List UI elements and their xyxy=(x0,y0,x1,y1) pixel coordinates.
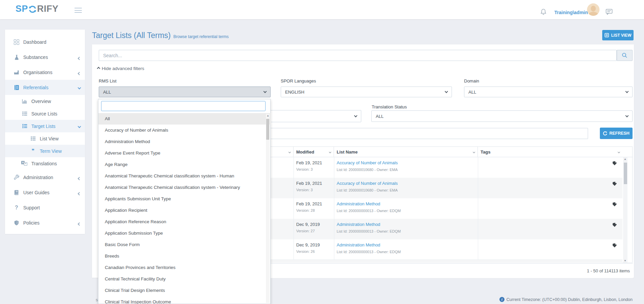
refresh-button[interactable]: REFRESH xyxy=(600,128,633,139)
modified-date: Dec 9, 2019 xyxy=(296,222,320,227)
sidebar-item-translations[interactable]: A*Translations xyxy=(5,157,85,170)
chat-icon[interactable] xyxy=(606,9,613,16)
sidebar-item-dashboard[interactable]: Dashboard xyxy=(5,34,85,49)
domain-select[interactable]: ALL xyxy=(464,87,633,97)
sidebar-item-organisations[interactable]: Organisations xyxy=(5,65,85,80)
sidebar-item-user-guides[interactable]: User Guides xyxy=(5,185,85,200)
spor-languages-select[interactable]: ENGLISH xyxy=(281,87,452,97)
list-name-link[interactable]: Administration Method xyxy=(337,242,380,247)
dropdown-item[interactable]: Canadian Provinces and Territories xyxy=(98,262,271,273)
sidebar-item-label: User Guides xyxy=(23,190,50,195)
list-meta: List Id: 200000000013 - Owner: EDQM xyxy=(337,229,401,233)
sidebar-item-overview[interactable]: Overview xyxy=(5,95,85,107)
sidebar-item-term-view[interactable]: ❞Term View xyxy=(5,145,85,157)
user-menu[interactable]: Training\admin xyxy=(554,10,588,15)
timezone-footer: i Current Timezone: (UTC+00:00) Dublin, … xyxy=(499,297,633,302)
scroll-up-icon[interactable]: ▲ xyxy=(267,114,269,117)
sidebar-item-substances[interactable]: Substances xyxy=(5,49,85,65)
sidebar-item-target-lists[interactable]: Target Lists xyxy=(5,120,85,132)
sidebar-item-label: Referentials xyxy=(23,85,49,90)
sidebar-item-label: Support xyxy=(23,205,40,210)
page-subtitle: Browse target referential terms xyxy=(173,34,228,39)
sidebar-item-label: Translations xyxy=(31,161,57,166)
dropdown-item[interactable]: Clinical Trial Inspection Outcome xyxy=(98,296,271,304)
translate-icon: A* xyxy=(21,161,28,166)
bar-chart-icon xyxy=(21,99,28,104)
dropdown-item[interactable]: Application Submission Type xyxy=(98,228,271,239)
rms-list-label: RMS List xyxy=(99,78,117,83)
list-icon xyxy=(21,124,28,128)
bell-icon[interactable] xyxy=(540,8,547,17)
sidebar-item-label: Substances xyxy=(23,55,48,60)
dropdown-item[interactable]: Administration Method xyxy=(98,136,271,147)
scrollbar-thumb[interactable] xyxy=(624,163,627,184)
rms-list-select[interactable]: ALL xyxy=(99,87,271,97)
search-button[interactable] xyxy=(617,50,633,61)
hide-advanced-filters-link[interactable]: Hide advanced filters xyxy=(97,66,144,71)
tag-icon[interactable] xyxy=(612,223,617,229)
scrollbar-thumb[interactable] xyxy=(266,119,269,140)
journal-icon xyxy=(13,85,20,90)
dropdown-item[interactable]: Central Technical Facility Duty xyxy=(98,273,271,285)
dropdown-item[interactable]: Anatomical Therapeutic Chemical classifi… xyxy=(98,182,271,193)
column-header-tags[interactable]: Tags xyxy=(478,147,622,157)
scroll-up-icon[interactable]: ▲ xyxy=(624,158,626,161)
modified-date: Feb 19, 2021 xyxy=(296,160,322,165)
dropdown-filter-input[interactable] xyxy=(101,101,266,111)
version-label: Version: 27 xyxy=(296,229,315,233)
sidebar-item-list-view[interactable]: List View xyxy=(5,132,85,145)
dropdown-item[interactable]: Adverse Event Report Type xyxy=(98,147,271,159)
dropdown-item[interactable]: Clinical Trial Design Elements xyxy=(98,285,271,296)
tag-icon[interactable] xyxy=(612,181,617,188)
sidebar-item-label: Source Lists xyxy=(31,111,57,116)
list-meta: List Id: 200000010680 - Owner: EMA xyxy=(337,168,398,172)
book-icon xyxy=(13,190,20,195)
dropdown-item[interactable]: Application Reference Reason xyxy=(98,216,271,228)
sporify-logo[interactable]: SP RIFY xyxy=(16,4,59,14)
grid-icon xyxy=(13,39,20,45)
search-input[interactable] xyxy=(99,50,617,61)
column-header-list-name[interactable]: List Name xyxy=(334,147,478,157)
list-name-link[interactable]: Accuracy of Number of Animals xyxy=(337,181,398,186)
list-name-link[interactable]: Accuracy of Number of Animals xyxy=(337,160,398,165)
translation-status-select[interactable]: ALL xyxy=(371,110,633,122)
list-name-link[interactable]: Administration Method xyxy=(337,222,380,227)
dropdown-item[interactable]: Basic Dose Form xyxy=(98,239,271,250)
dropdown-item[interactable]: Age Range xyxy=(98,159,271,170)
sidebar-nav: DashboardSubstancesOrganisationsReferent… xyxy=(5,30,85,234)
sort-chevron-icon xyxy=(329,150,331,153)
dropdown-item[interactable]: Breeds xyxy=(98,250,271,262)
avatar[interactable] xyxy=(587,3,600,16)
question-icon: ? xyxy=(13,205,20,211)
sidebar-item-referentials[interactable]: Referentials xyxy=(5,80,85,95)
dropdown-item[interactable]: Application Recipient xyxy=(98,205,271,216)
chevron-down-icon xyxy=(445,90,448,93)
tag-icon[interactable] xyxy=(612,202,617,208)
dropdown-item[interactable]: All xyxy=(98,113,271,125)
caret-up-icon xyxy=(97,67,100,70)
dropdown-scrollbar[interactable]: ▲ xyxy=(266,114,270,303)
sidebar-item-policies[interactable]: Policies xyxy=(5,215,85,230)
chevron-down-icon xyxy=(625,114,629,117)
dropdown-item[interactable]: Accuracy of Number of Animals xyxy=(98,125,271,136)
chevron-down-icon xyxy=(354,114,358,117)
tag-icon[interactable] xyxy=(612,161,617,167)
sidebar-item-support[interactable]: ?Support xyxy=(5,200,85,215)
factory-icon xyxy=(13,70,20,75)
dropdown-item[interactable]: Applicants Submission Unit Type xyxy=(98,193,271,205)
list-meta: List Id: 200000000013 - Owner: EDQM xyxy=(337,209,401,213)
list-meta: List Id: 200000000013 - Owner: EDQM xyxy=(337,250,401,254)
list-view-button[interactable]: LIST VIEW xyxy=(602,30,634,40)
tag-icon[interactable] xyxy=(612,243,617,249)
dropdown-item[interactable]: Anatomical Therapeutic Chemical classifi… xyxy=(98,170,271,182)
translation-status-label: Translation Status xyxy=(372,104,407,109)
column-header-modified[interactable]: Modified xyxy=(294,147,334,157)
flask-icon xyxy=(13,55,20,60)
sidebar-item-administration[interactable]: Administration xyxy=(5,170,85,185)
table-scrollbar[interactable]: ▲ ▼ xyxy=(623,157,627,263)
sidebar-item-source-lists[interactable]: Source Lists xyxy=(5,107,85,120)
hamburger-menu-icon[interactable] xyxy=(74,8,82,13)
chevron-left-icon xyxy=(78,192,81,195)
scroll-down-icon[interactable]: ▼ xyxy=(624,259,626,262)
list-name-link[interactable]: Administration Method xyxy=(337,201,380,206)
